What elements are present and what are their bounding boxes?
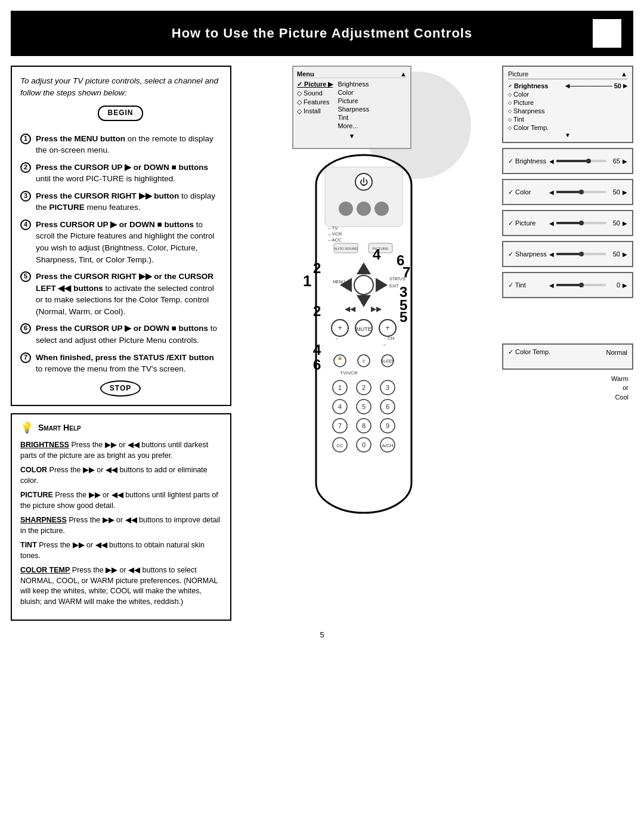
svg-text:+: + <box>385 324 389 332</box>
smart-help-header: 💡 Smart Help <box>20 420 222 435</box>
check-brightness: ✓ <box>508 83 512 89</box>
sharpness-slider-row: Sharpness ◀ 50 ▶ <box>508 250 627 258</box>
picture-menu-screen: Picture ▲ ✓ Brightness ◀————————50▶ ◇ Co… <box>502 66 633 143</box>
header-box <box>593 19 621 48</box>
tint-slider-screen: Tint ◀ 0 ▶ <box>502 272 633 298</box>
color-bar <box>556 191 606 193</box>
svg-text:2: 2 <box>313 303 321 319</box>
svg-text:TV/VCR: TV/VCR <box>340 370 358 376</box>
tint-label: Tint <box>508 281 547 289</box>
svg-point-4 <box>339 202 353 216</box>
svg-text:6: 6 <box>313 357 321 373</box>
svg-text:+: + <box>338 324 342 332</box>
color-slider-row: Color ◀ 50 ▶ <box>508 188 627 196</box>
svg-text:EXIT: EXIT <box>389 284 399 288</box>
menu-item-install: ◇ Install <box>297 107 333 116</box>
picture-slider-screen: Picture ◀ 50 ▶ <box>502 210 633 236</box>
svg-text:MENU: MENU <box>333 280 345 284</box>
svg-text:2: 2 <box>313 260 321 276</box>
spacer <box>502 303 633 339</box>
svg-text:6: 6 <box>386 403 389 410</box>
step-5-text: Press the CURSOR RIGHT ▶▶ or the CURSOR … <box>36 271 221 317</box>
picture-menu-tint: ◇ Tint <box>508 115 627 123</box>
sharpness-marker <box>579 252 584 256</box>
svg-text:–: – <box>336 336 339 341</box>
help-tint: TINT Press the ▶▶ or ◀◀ buttons to obtai… <box>20 540 222 561</box>
picture-bar <box>556 222 606 224</box>
step-1: 1 Press the MENU button on the remote to… <box>20 133 221 156</box>
svg-text:II: II <box>363 359 365 363</box>
sharpness-slider-screen: Sharpness ◀ 50 ▶ <box>502 241 633 267</box>
picture-menu-color: ◇ Color <box>508 90 627 98</box>
svg-text:A/CH: A/CH <box>382 443 393 448</box>
brightness-label: Brightness <box>508 157 547 165</box>
color-value: 50 <box>608 188 620 196</box>
picture-menu-picture: ◇ Picture <box>508 98 627 107</box>
step-4-number: 4 <box>20 219 31 230</box>
smart-help-title: Smart Help <box>38 422 81 434</box>
svg-text:MUTE: MUTE <box>356 326 371 332</box>
brightness-left-arrow: ◀ <box>549 158 554 165</box>
page-header: How to Use the Picture Adjustment Contro… <box>11 11 633 56</box>
step-5: 5 Press the CURSOR RIGHT ▶▶ or the CURSO… <box>20 271 221 317</box>
menu-header: Menu ▲ <box>297 70 407 78</box>
sharpness-label: Sharpness <box>508 250 547 258</box>
menu-right-tint: Tint <box>338 113 369 122</box>
step-4: 4 Press CURSOR UP ▶ or DOWN ■ buttons to… <box>20 219 221 265</box>
svg-text:– TV: – TV <box>328 225 338 231</box>
help-picture: PICTURE Press the ▶▶ or ◀◀ buttons until… <box>20 490 222 511</box>
picture-menu-sharpness: ◇ Sharpness <box>508 107 627 115</box>
picture-menu-colortemp: ◇ Color Temp. <box>508 123 627 132</box>
svg-text:CC: CC <box>336 443 343 448</box>
picture-menu-arrow: ▲ <box>621 70 627 78</box>
color-label: Color <box>508 188 547 196</box>
svg-text:4: 4 <box>373 246 381 262</box>
instructions-box: To adjust your TV picture controls, sele… <box>11 66 231 406</box>
svg-text:0: 0 <box>362 441 366 448</box>
color-temp-value: Normal <box>606 349 627 356</box>
step-3: 3 Press the CURSOR RIGHT ▶▶ button to di… <box>20 190 221 213</box>
svg-text:CH: CH <box>388 336 395 341</box>
svg-text:–: – <box>383 342 386 347</box>
begin-badge: BEGIN <box>98 106 143 120</box>
svg-text:4: 4 <box>313 342 321 358</box>
brightness-right-arrow: ▶ <box>623 158 627 165</box>
picture-marker <box>579 221 584 225</box>
step-6-number: 6 <box>20 323 31 334</box>
brightness-slider-screen: Brightness ◀ 65 ▶ <box>502 148 633 174</box>
menu-right-sharpness: Sharpness <box>338 105 369 113</box>
menu-item-features: ◇ Features <box>297 98 333 107</box>
brightness-fill <box>556 160 589 162</box>
color-temp-label: ✓ Color Temp. <box>508 348 550 356</box>
help-colortemp: COLOR TEMP Press the ▶▶ or ◀◀ buttons to… <box>20 565 222 607</box>
svg-text:– VCR: – VCR <box>328 231 342 237</box>
step-2-number: 2 <box>20 162 31 173</box>
color-temp-row: ✓ Color Temp. Normal <box>508 348 627 356</box>
picture-left-arrow: ◀ <box>549 220 554 227</box>
tint-marker <box>579 283 584 287</box>
picture-menu-brightness: ✓ Brightness ◀————————50▶ <box>508 82 627 90</box>
brightness-bar <box>556 160 606 162</box>
tint-right-arrow: ▶ <box>623 282 627 289</box>
sharpness-left-arrow: ◀ <box>549 251 554 258</box>
svg-text:8: 8 <box>362 422 366 429</box>
svg-text:7: 7 <box>402 264 410 280</box>
svg-text:– ACC: – ACC <box>328 237 342 243</box>
help-color: COLOR Press the ▶▶ or ◀◀ buttons to add … <box>20 465 222 486</box>
lightbulb-icon: 💡 <box>20 420 33 435</box>
brightness-marker <box>586 159 591 163</box>
tint-value: 0 <box>608 281 620 289</box>
svg-text:SLEEP: SLEEP <box>381 359 395 363</box>
svg-text:9: 9 <box>386 422 389 429</box>
step-5-number: 5 <box>20 271 31 282</box>
svg-text:1: 1 <box>303 272 311 290</box>
color-marker <box>579 190 584 194</box>
stop-label: STOP <box>100 380 141 397</box>
step-4-text: Press CURSOR UP ▶ or DOWN ■ buttons to s… <box>36 219 221 265</box>
color-slider-screen: Color ◀ 50 ▶ <box>502 179 633 205</box>
menu-right-col: Brightness Color Picture Sharpness Tint … <box>338 80 369 130</box>
remote-svg-container: ⏻ – TV – VCR – ACC AUTO SOUND PICTURE <box>280 149 453 539</box>
help-sharpness: SHARPNESS Press the ▶▶ or ◀◀ buttons to … <box>20 515 222 536</box>
svg-text:7: 7 <box>338 422 342 429</box>
svg-text:🔒: 🔒 <box>337 354 343 360</box>
